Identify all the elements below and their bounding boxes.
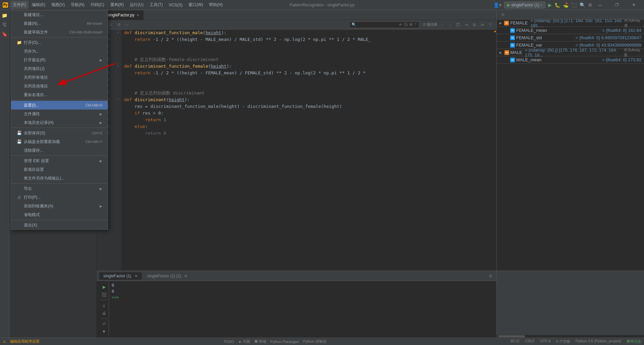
menu-print[interactable]: 🖨 打印(P)... — [11, 193, 108, 202]
close-button[interactable]: ✕ — [626, 0, 641, 10]
menu-vcs[interactable]: VCS(S) — [166, 1, 185, 9]
menu-save-all[interactable]: 💾 全部保存(S) Ctrl+S — [11, 129, 108, 137]
multi-select-btn[interactable]: ⇥ — [463, 21, 470, 28]
event-log-btn[interactable]: 事件日志 — [627, 339, 641, 344]
menu-help[interactable]: 帮助(H) — [206, 1, 225, 9]
project-icon[interactable]: 📁 — [1, 11, 9, 19]
menu-save-as-template[interactable]: 将文件另存为模板(L)... — [11, 174, 108, 183]
menu-rename-project[interactable]: 重命名项目... — [11, 90, 108, 99]
menu-new-scratch[interactable]: 新建草稿文件 Ctrl+Alt+Shift+Insert — [11, 28, 108, 37]
debug-item-male-mean[interactable]: m MALE_mean = {float64: 0} 173.92 — [497, 56, 644, 64]
menu-window[interactable]: 窗口(W) — [186, 1, 206, 9]
menu-new-project[interactable]: 新建项目... — [11, 10, 108, 19]
run-tab-1-close[interactable]: ✕ — [135, 274, 138, 278]
user-icon[interactable]: 👤▾ — [493, 2, 501, 8]
menu-recent[interactable]: 打开最近(R) ▶ — [11, 56, 108, 64]
terminal-tab[interactable]: ▣ 终端 — [254, 339, 266, 344]
menu-code[interactable]: 代码(C) — [88, 1, 107, 9]
next-result-btn[interactable]: ↓ — [447, 21, 453, 28]
tab-close-button[interactable]: ✕ — [137, 13, 139, 17]
run-tab-2-close[interactable]: ✕ — [184, 274, 187, 278]
stop-button[interactable]: ⬛ — [571, 2, 577, 8]
debug-item-male[interactable]: ▶ m MALE = {ndarray: (50,)} [175. 176. 1… — [497, 49, 644, 56]
menu-reload-from-disk[interactable]: 💾 从磁盘全部重新加载 Ctrl+Alt+Y — [11, 137, 108, 146]
scroll-to-end-btn[interactable]: ⤓ — [101, 302, 107, 308]
debug-item-female-std[interactable]: m FEMALE_std = {float64: 0} 6.6955970912… — [497, 34, 644, 42]
menu-edit[interactable]: 编辑(E) — [29, 1, 48, 9]
menu-settings[interactable]: 设置(I)... Ctrl+Alt+S — [11, 101, 108, 110]
python-console-tab[interactable]: Python 控制台 — [303, 339, 326, 344]
unfold-all-btn[interactable]: ≡ — [107, 21, 114, 28]
python-packages-tab[interactable]: Python Packages — [270, 340, 299, 344]
debug-scrollbar-thumb[interactable] — [498, 335, 525, 337]
menu-view[interactable]: 视图(V) — [49, 1, 67, 9]
filter-results-btn[interactable]: ▽ — [487, 21, 494, 28]
minimize-editor-btn[interactable]: — — [123, 21, 130, 28]
debug-panel-header: ⚙ — [497, 10, 644, 19]
filter-btn[interactable]: ⧠ — [455, 21, 462, 28]
run-tab-1[interactable]: singleFactor (1) ✕ — [99, 272, 142, 280]
debug-item-female-mean[interactable]: m FEMALE_mean = {float64: 0} 162.84 — [497, 27, 644, 34]
bookmark-icon[interactable]: 🔖 — [1, 30, 9, 38]
debug-button[interactable]: 🐛 — [554, 2, 560, 8]
replace-btn[interactable]: ≫ — [479, 21, 486, 28]
menu-close-project[interactable]: 关闭项目(J) — [11, 64, 108, 73]
structure-icon[interactable]: 🏗 — [1, 21, 9, 29]
debug-settings-btn[interactable]: ⚙ — [499, 11, 506, 18]
menu-tools[interactable]: 工具(T) — [147, 1, 165, 9]
minimize-button[interactable]: — — [592, 0, 608, 10]
file-encoding[interactable]: UTF-8 — [540, 339, 550, 344]
python-version[interactable]: Python 3.6 (Python_project) — [576, 339, 621, 344]
expand-icon-male[interactable]: ▶ — [499, 51, 503, 54]
menu-save-as[interactable]: 另存为... — [11, 47, 108, 56]
code-body[interactable]: def discriminant_function_male(height): … — [121, 29, 494, 271]
line-separator[interactable]: CRLF — [525, 339, 535, 344]
stop-run-btn[interactable]: ⬛ — [101, 291, 107, 298]
expand-icon[interactable]: ▶ — [499, 21, 503, 25]
menu-export[interactable]: 导出 ▶ — [11, 184, 108, 193]
run-tab-2[interactable]: singleFactor (1) (2) ✕ — [143, 272, 192, 280]
fold-console-btn[interactable]: ▼ — [101, 329, 107, 335]
problems-tab[interactable]: ▲ 问题 — [238, 339, 250, 344]
print-btn[interactable]: 🖨 — [101, 310, 107, 317]
debug-item-female[interactable]: ▶ m FEMALE = {ndarray: (50,)} [171. 168.… — [497, 19, 644, 27]
run-with-cover[interactable]: ⛳ — [563, 2, 569, 8]
indent-setting[interactable]: 4 个空格 — [556, 339, 570, 344]
run-config-dropdown[interactable]: ▶ singleFactor (1) ▾ — [504, 2, 545, 8]
rerun-btn[interactable]: ▶ — [101, 284, 107, 290]
menu-run[interactable]: 运行(U) — [127, 1, 146, 9]
status-warning-text[interactable]: 编辑应用程序设置 — [10, 339, 40, 344]
menu-power-save[interactable]: 省电模式 — [11, 210, 108, 219]
female-type-icon: m — [504, 21, 509, 25]
todo-tab[interactable]: TODO — [223, 340, 234, 344]
menu-manage-ide[interactable]: 管理 IDE 设置 ▶ — [11, 156, 108, 165]
prev-result-btn[interactable]: ↑ — [439, 21, 445, 28]
menu-exit[interactable]: 退出(X) — [11, 221, 108, 229]
maximize-button[interactable]: ❐ — [609, 0, 625, 10]
menu-open[interactable]: 📁 打开(O)... — [11, 38, 108, 47]
console-prompt: >>> — [112, 294, 494, 300]
panel-settings-btn[interactable]: ⚙ — [487, 273, 494, 279]
menu-clear-cache[interactable]: 清除缓存... — [11, 146, 108, 155]
menu-close-all[interactable]: 关闭所有项目 — [11, 73, 108, 82]
search-everywhere-button[interactable]: 🔍 — [580, 2, 585, 8]
menu-refactor[interactable]: 重构(R) — [108, 1, 127, 9]
menu-file-props[interactable]: 文件属性 ▶ — [11, 110, 108, 118]
code-content[interactable]: 39 40 41 42 43 44 45 46 47 48 49 — [97, 29, 496, 271]
search-input[interactable] — [358, 23, 398, 27]
menu-navigate[interactable]: 导航(N) — [68, 1, 87, 9]
male-as-array-link[interactable]: 作为Array查 — [624, 48, 641, 58]
menu-local-history[interactable]: 本地历史记录(H) ▶ — [11, 118, 108, 127]
soft-wrap-btn[interactable]: ⏎ — [101, 321, 107, 327]
settings-btn[interactable]: ⚙ — [115, 21, 122, 28]
select-all-btn[interactable]: ⊞ — [471, 21, 478, 28]
menu-new-project-settings[interactable]: 新项目设置 — [11, 165, 108, 174]
menu-new[interactable]: 新建(N)... Alt+Insert — [11, 19, 108, 28]
console-output[interactable]: 0 0 >>> — [112, 282, 494, 336]
menu-add-to-favorites[interactable]: 添加到收藏夹(A) ▶ — [11, 202, 108, 210]
settings-button[interactable]: ⚙ — [588, 2, 592, 8]
run-button[interactable]: ▶ — [548, 2, 552, 8]
as-array-link[interactable]: 作为Array查 — [624, 19, 641, 28]
menu-close-others[interactable]: 关闭其他项目 — [11, 82, 108, 90]
menu-file[interactable]: 文件(F) — [10, 1, 29, 9]
